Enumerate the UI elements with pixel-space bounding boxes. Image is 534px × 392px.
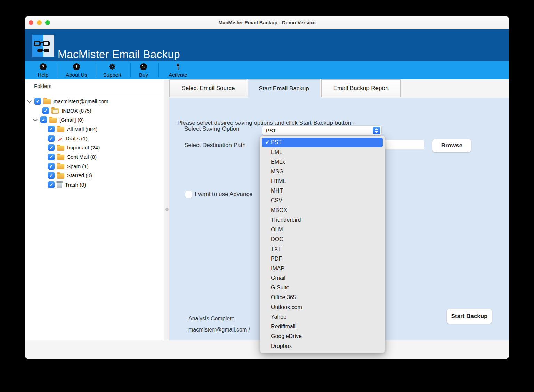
menu-option-doc[interactable]: DOC [260,235,385,244]
menu-option-label: OLM [271,227,283,233]
analysis-status-text: Analysis Complete. [188,316,236,322]
advance-settings-checkbox[interactable] [185,191,192,198]
menu-option-txt[interactable]: TXT [260,244,385,254]
menu-option-label: GoogleDrive [271,333,302,340]
toolbar-button-about-us[interactable]: iAbout Us [57,62,96,78]
splitter-handle-icon[interactable] [165,208,169,211]
menu-option-olm[interactable]: OLM [260,225,385,235]
toolbar-separator [130,63,131,77]
folder-checkbox[interactable]: ✓ [48,135,55,142]
toolbar-button-help[interactable]: ?Help [25,62,62,78]
trash-icon [57,182,62,188]
select-stepper-icon [373,127,380,134]
menu-option-mbox[interactable]: MBOX [260,205,385,215]
folders-title: Folders [34,83,51,89]
folder-checkbox[interactable]: ✓ [48,154,55,160]
folder-icon [57,173,64,179]
menu-option-pst[interactable]: ✓PST [262,138,383,147]
tab-email-backup-report[interactable]: Email Backup Report [321,79,401,97]
menu-option-mht[interactable]: MHT [260,186,385,196]
menu-option-googledrive[interactable]: GoogleDrive [260,332,385,341]
toolbar-button-label: Activate [169,72,187,78]
menu-option-html[interactable]: HTML [260,177,385,186]
toolbar-separator [158,63,159,77]
brand-title: MacMister Email Backup [58,48,180,61]
folder-tree-row[interactable]: ✓macmisterr@gmail.com [25,97,164,106]
menu-option-label: IMAP [271,266,284,272]
menu-option-imap[interactable]: IMAP [260,264,385,273]
menu-option-label: G Suite [271,285,289,291]
gear-icon [108,63,116,72]
menu-option-label: Yahoo [271,314,286,320]
menu-option-label: MSG [271,169,283,175]
menu-option-g-suite[interactable]: G Suite [260,283,385,293]
browse-button[interactable]: Browse [432,139,471,152]
folder-checkbox[interactable]: ✓ [40,116,47,123]
folder-icon [57,146,64,151]
folder-checkbox[interactable]: ✓ [48,144,55,151]
toolbar-button-activate[interactable]: Activate [159,62,197,78]
folder-checkbox[interactable]: ✓ [34,98,41,105]
inbox-icon [51,108,59,114]
folder-checkbox[interactable]: ✓ [48,172,55,179]
folder-label: Spam (1) [67,163,89,169]
menu-option-pdf[interactable]: PDF [260,254,385,264]
window-title: MacMister Email Backup - Demo Version [25,16,509,29]
folder-icon [49,118,57,123]
chevron-down-icon[interactable] [27,99,32,103]
chevron-down-icon[interactable] [33,117,38,122]
folder-checkbox[interactable]: ✓ [48,126,55,132]
folder-tree-row[interactable]: ✓Trash (0) [25,180,164,189]
menu-option-label: CSV [271,197,282,204]
menu-option-label: Dropbox [271,343,292,349]
folder-tree-row[interactable]: ✓All Mail (884) [25,124,164,134]
help-icon: ? [39,63,47,72]
folder-label: All Mail (884) [67,126,98,132]
svg-text:i: i [76,64,77,70]
folder-checkbox[interactable]: ✓ [48,181,55,188]
menu-option-thunderbird[interactable]: Thunderbird [260,215,385,225]
menu-option-emlx[interactable]: EMLx [260,157,385,167]
titlebar: MacMister Email Backup - Demo Version [25,16,509,29]
cart-icon [140,63,147,72]
tab-bar: Select Email SourceStart Email BackupEma… [169,79,509,98]
key-icon [174,63,182,72]
folders-panel-header: Folders [25,79,164,93]
menu-option-label: MHT [271,188,283,194]
tab-start-email-backup[interactable]: Start Email Backup [248,79,320,98]
start-backup-button[interactable]: Start Backup [447,309,492,324]
menu-option-outlook-com[interactable]: Outlook.com [260,302,385,312]
folder-tree-row[interactable]: ✓Important (24) [25,143,164,152]
folder-tree-row[interactable]: ✓Starred (0) [25,171,164,180]
folder-checkbox[interactable]: ✓ [48,163,55,170]
toolbar-button-label: Support [103,72,122,78]
folder-label: Sent Mail (8) [67,154,97,160]
menu-option-msg[interactable]: MSG [260,167,385,177]
folder-tree-row[interactable]: ✓Spam (1) [25,162,164,171]
saving-option-menu: ✓PSTEMLEMLxMSGHTMLMHTCSVMBOXThunderbirdO… [260,136,385,353]
menu-option-label: TXT [271,246,281,252]
menu-option-label: PST [271,139,282,146]
folder-tree-row[interactable]: ✓Sent Mail (8) [25,152,164,162]
menu-option-eml[interactable]: EML [260,147,385,157]
saving-option-select[interactable]: PST [262,126,381,135]
menu-option-dropbox[interactable]: Dropbox [260,341,385,351]
toolbar: ?HelpiAbout UsSupportBuyActivate [25,61,509,79]
menu-option-gmail[interactable]: Gmail [260,273,385,283]
account-status-text: macmisterr@gmail.com / [188,327,250,333]
folder-tree-row[interactable]: ✓[Gmail] (0) [25,115,164,124]
folder-checkbox[interactable]: ✓ [42,107,49,114]
menu-option-office-365[interactable]: Office 365 [260,293,385,302]
menu-option-label: MBOX [271,207,287,213]
folder-tree-row[interactable]: ✓Drafts (1) [25,134,164,143]
folder-icon [57,155,64,160]
folder-tree-row[interactable]: ✓INBOX (875) [25,106,164,115]
destination-label: Select Destination Path [184,142,246,149]
info-icon: i [73,63,80,72]
menu-option-rediffmail[interactable]: Rediffmail [260,322,385,332]
folder-label: Important (24) [67,145,100,150]
tab-select-email-source[interactable]: Select Email Source [169,79,247,97]
menu-option-yahoo[interactable]: Yahoo [260,312,385,322]
menu-option-csv[interactable]: CSV [260,196,385,205]
folder-icon [57,164,64,169]
